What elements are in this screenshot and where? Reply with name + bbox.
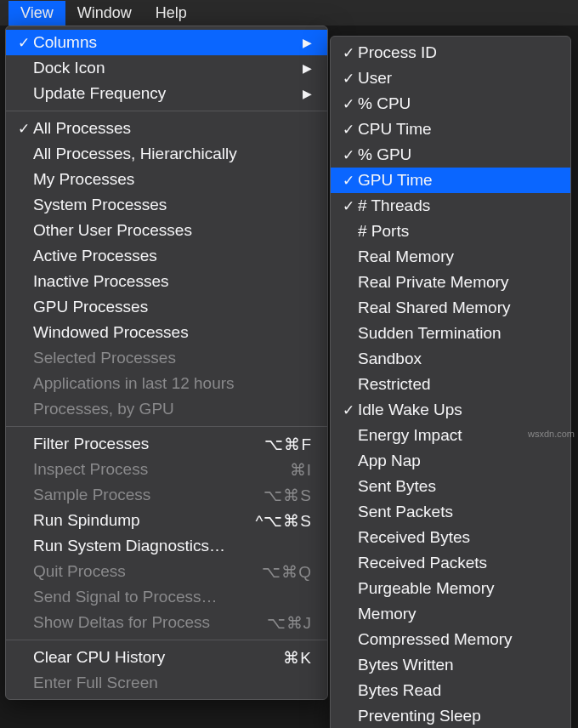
menu-update-frequency[interactable]: Update Frequency ▶ — [6, 81, 327, 106]
col-real-shared-memory[interactable]: Real Shared Memory — [331, 295, 570, 321]
menu-label: Compressed Memory — [358, 630, 555, 649]
menu-label: Received Bytes — [358, 528, 555, 547]
col-real-memory[interactable]: Real Memory — [331, 244, 570, 270]
menu-label: Real Shared Memory — [358, 299, 555, 317]
menubar-help[interactable]: Help — [144, 1, 199, 26]
menu-quit-process: Quit Process ⌥⌘Q — [6, 559, 327, 584]
menu-label: Sandbox — [358, 350, 555, 368]
col-sent-bytes[interactable]: Sent Bytes — [331, 474, 570, 499]
col-pct-cpu[interactable]: ✓% CPU — [331, 91, 570, 117]
checkmark-icon: ✓ — [14, 34, 33, 52]
menu-label: Inspect Process — [33, 460, 280, 479]
menu-apps-last-12: Applications in last 12 hours — [6, 371, 327, 396]
menu-separator — [6, 640, 327, 640]
checkmark-icon: ✓ — [339, 70, 358, 88]
menu-label: GPU Processes — [33, 298, 312, 316]
menu-label: Windowed Processes — [33, 323, 312, 342]
menu-label: Update Frequency — [33, 84, 303, 103]
menubar: View Window Help — [0, 0, 578, 26]
menu-label: Real Private Memory — [358, 273, 555, 292]
checkmark-icon: ✓ — [339, 95, 358, 113]
menu-active-processes[interactable]: Active Processes — [6, 243, 327, 269]
col-user[interactable]: ✓User — [331, 65, 570, 91]
menu-inactive-processes[interactable]: Inactive Processes — [6, 269, 327, 294]
menubar-view[interactable]: View — [8, 1, 65, 26]
menu-label: # Threads — [358, 196, 555, 215]
col-received-bytes[interactable]: Received Bytes — [331, 525, 570, 550]
col-cpu-time[interactable]: ✓CPU Time — [331, 117, 570, 142]
menu-label: Preventing Sleep — [358, 707, 555, 725]
col-real-private-memory[interactable]: Real Private Memory — [331, 270, 570, 295]
menu-windowed-processes[interactable]: Windowed Processes — [6, 320, 327, 345]
menu-all-processes-hier[interactable]: All Processes, Hierarchically — [6, 141, 327, 167]
col-idle-wake-ups[interactable]: ✓Idle Wake Ups — [331, 397, 570, 423]
submenu-arrow-icon: ▶ — [303, 36, 312, 49]
menu-label: Sent Packets — [358, 503, 555, 521]
menu-label: Show Deltas for Process — [33, 613, 257, 632]
menu-label: Enter Full Screen — [33, 674, 312, 692]
menu-sample-process: Sample Process ⌥⌘S — [6, 482, 327, 508]
col-gpu-time[interactable]: ✓GPU Time — [331, 168, 570, 193]
menu-system-processes[interactable]: System Processes — [6, 192, 327, 218]
menu-run-spindump[interactable]: Run Spindump ^⌥⌘S — [6, 508, 327, 533]
menu-label: Sent Bytes — [358, 477, 555, 496]
view-menu: ✓ Columns ▶ Dock Icon ▶ Update Frequency… — [5, 26, 328, 700]
keyboard-shortcut: ⌘K — [283, 648, 312, 668]
col-sent-packets[interactable]: Sent Packets — [331, 499, 570, 525]
menu-label: Dock Icon — [33, 59, 303, 77]
menu-run-system-diagnostics[interactable]: Run System Diagnostics… — [6, 533, 327, 559]
menu-label: Bytes Written — [358, 656, 555, 674]
menu-processes-by-gpu: Processes, by GPU — [6, 396, 327, 422]
submenu-arrow-icon: ▶ — [303, 87, 312, 100]
keyboard-shortcut: ⌥⌘J — [267, 613, 313, 633]
col-restricted[interactable]: Restricted — [331, 372, 570, 397]
col-received-packets[interactable]: Received Packets — [331, 550, 570, 576]
menu-label: Bytes Read — [358, 681, 555, 700]
menu-separator — [6, 426, 327, 427]
menu-label: Quit Process — [33, 562, 252, 581]
col-compressed-memory[interactable]: Compressed Memory — [331, 627, 570, 652]
menu-label: Selected Processes — [33, 349, 312, 367]
col-memory[interactable]: Memory — [331, 601, 570, 627]
menu-separator — [6, 111, 327, 111]
menu-label: All Processes — [33, 119, 312, 138]
col-sudden-termination[interactable]: Sudden Termination — [331, 321, 570, 346]
menu-label: Idle Wake Ups — [358, 401, 555, 419]
menu-label: System Processes — [33, 196, 312, 214]
menu-all-processes[interactable]: ✓ All Processes — [6, 116, 327, 141]
menu-label: Filter Processes — [33, 435, 254, 453]
col-bytes-read[interactable]: Bytes Read — [331, 678, 570, 703]
col-sandbox[interactable]: Sandbox — [331, 346, 570, 372]
menu-label: CPU Time — [358, 120, 555, 139]
menu-label: App Nap — [358, 452, 555, 470]
menu-my-processes[interactable]: My Processes — [6, 167, 327, 192]
menu-label: Real Memory — [358, 247, 555, 266]
menu-label: Other User Processes — [33, 221, 312, 240]
menubar-window[interactable]: Window — [65, 1, 144, 26]
col-pct-gpu[interactable]: ✓% GPU — [331, 142, 570, 168]
menu-label: Applications in last 12 hours — [33, 374, 312, 393]
menu-label: Restricted — [358, 375, 555, 394]
menu-label: Inactive Processes — [33, 272, 312, 291]
menu-label: User — [358, 69, 555, 88]
menu-label: Columns — [33, 33, 303, 52]
menu-send-signal: Send Signal to Process… — [6, 584, 327, 610]
col-process-id[interactable]: ✓Process ID — [331, 40, 570, 65]
menu-label: Active Processes — [33, 247, 312, 265]
col-app-nap[interactable]: App Nap — [331, 448, 570, 474]
col-preventing-sleep[interactable]: Preventing Sleep — [331, 703, 570, 728]
checkmark-icon: ✓ — [339, 121, 358, 139]
menu-label: Memory — [358, 605, 555, 623]
menu-gpu-processes[interactable]: GPU Processes — [6, 294, 327, 320]
menu-other-user-processes[interactable]: Other User Processes — [6, 218, 327, 243]
menu-clear-cpu-history[interactable]: Clear CPU History ⌘K — [6, 645, 327, 670]
col-num-threads[interactable]: ✓# Threads — [331, 193, 570, 219]
menu-dock-icon[interactable]: Dock Icon ▶ — [6, 55, 327, 81]
col-num-ports[interactable]: # Ports — [331, 219, 570, 244]
menu-filter-processes[interactable]: Filter Processes ⌥⌘F — [6, 431, 327, 457]
checkmark-icon: ✓ — [339, 197, 358, 215]
col-bytes-written[interactable]: Bytes Written — [331, 652, 570, 678]
keyboard-shortcut: ⌥⌘F — [264, 435, 312, 454]
menu-columns[interactable]: ✓ Columns ▶ — [6, 30, 327, 55]
col-purgeable-memory[interactable]: Purgeable Memory — [331, 576, 570, 601]
